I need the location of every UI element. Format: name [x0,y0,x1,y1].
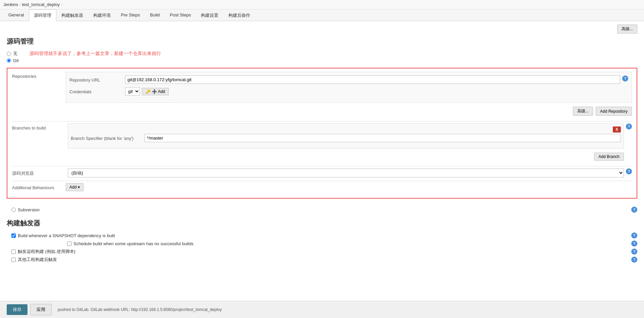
add-cred-icon: 🔑 [146,89,151,94]
repo-url-input[interactable] [125,75,620,84]
radio-git-row: Git [7,58,637,63]
tab-general[interactable]: General [3,9,29,21]
radio-none-row: 无 源码管理就不多说了，参考上一篇文章，新建一个仓库出来就行 [7,51,637,57]
branches-inner-box: X Branch Specifier (blank for 'any') [68,123,624,149]
repositories-label: Repositories [12,72,66,79]
breadcrumb-jenkins[interactable]: Jenkins [3,2,18,7]
checkbox3-help-icon[interactable]: ? [631,249,637,255]
checkbox1[interactable] [11,233,16,238]
branches-row: Branches to build X Branch Specifier (bl… [12,123,632,163]
radio-git[interactable] [7,58,11,63]
add-label: Add [69,185,76,190]
build-trigger-title: 构建触发器 [7,219,637,228]
tab-poststeps[interactable]: Post Steps [165,9,196,21]
apply-button[interactable]: 应用 [30,304,52,315]
repo-url-control [125,75,620,84]
tab-presteps[interactable]: Pre Steps [116,9,145,21]
checkbox3[interactable] [11,250,16,254]
git-config-section: Repositories Repository URL ? [7,68,637,199]
breadcrumb-sep2: › [61,3,62,6]
tab-gouchujifa[interactable]: 构建触发器 [56,9,88,21]
branch-x-row: X [71,126,621,132]
repo-action-row: 高级... Add Repository [66,105,632,118]
repo-url-help-icon[interactable]: ? [622,75,628,82]
checkbox2-row: Schedule build when some upstream has no… [7,241,637,247]
checkbox3-label: 触发远程构建 (例如,使用脚本) [18,249,75,255]
branches-content: X Branch Specifier (blank for 'any') Add… [68,123,624,163]
branch-specifier-row: Branch Specifier (blank for 'any') [71,134,621,142]
additional-behaviours-row: Additional Behaviours Add ▾ [12,183,632,191]
tab-goujianhouop[interactable]: 构建后操作 [223,9,255,21]
repo-url-label: Repository URL [69,75,123,83]
tab-goujianhj[interactable]: 构建环境 [88,9,116,21]
branch-specifier-control [145,134,621,142]
source-section-title: 源码管理 [7,37,637,46]
branch-specifier-input[interactable] [145,134,621,142]
webhook-text: pushed to GitLab. GitLab webhook URL: ht… [58,307,222,312]
main-content: General 源码管理 构建触发器 构建环境 Pre Steps Build … [0,9,644,318]
repo-inner-box: Repository URL ? Credentials [66,72,632,103]
repositories-row: Repositories Repository URL ? [12,72,632,118]
add-branch-button[interactable]: Add Branch [594,153,624,161]
action-bar: 保存 应用 pushed to GitLab. GitLab webhook U… [0,301,644,318]
branch-specifier-label: Branch Specifier (blank for 'any') [71,134,145,141]
radio-subversion[interactable] [11,208,16,212]
radio-git-label: Git [13,58,19,63]
add-credential-button[interactable]: 🔑 ➕ Add [142,88,169,95]
credentials-inner-row: git 🔑 ➕ Add [125,87,620,96]
tab-goujianshezhi[interactable]: 构建设置 [196,9,223,21]
checkbox2-help-icon[interactable]: ? [631,241,637,247]
source-browser-select[interactable]: (自动) [68,168,624,177]
radio-group: 无 源码管理就不多说了，参考上一篇文章，新建一个仓库出来就行 Git [7,51,637,63]
credentials-row: Credentials git 🔑 ➕ Add [69,87,628,96]
credentials-control: git 🔑 ➕ Add [125,87,620,96]
checkbox1-help-icon[interactable]: ? [631,232,637,238]
add-repository-button[interactable]: Add Repository [596,107,632,116]
subversion-row: Subversion ? [7,204,637,215]
breadcrumb: Jenkins › test_tomcat_deploy › [0,0,644,9]
repositories-content: Repository URL ? Credentials [66,72,632,118]
radio-none-label: 无 [13,51,17,57]
checkbox2-label: Schedule build when some upstream has no… [73,241,194,246]
tab-yuanma[interactable]: 源码管理 [29,9,56,21]
add-cred-label: ➕ Add [152,89,165,94]
tab-bar: General 源码管理 构建触发器 构建环境 Pre Steps Build … [0,9,644,21]
checkbox4-help-icon[interactable]: ? [631,257,637,263]
subversion-label: Subversion [18,207,40,212]
checkbox2[interactable] [67,242,71,246]
source-browser-help-icon[interactable]: ? [626,168,632,174]
checkbox4-label: 其他工程构建后触发 [18,257,57,263]
checkbox4-row: 其他工程构建后触发 ? [7,257,637,263]
checkbox3-row: 触发远程构建 (例如,使用脚本) ? [7,249,637,255]
checkbox1-row: Build whenever a SNAPSHOT dependency is … [7,232,637,238]
checkbox4[interactable] [11,258,16,262]
branches-label: Branches to build [12,123,66,130]
credentials-select[interactable]: git [125,87,140,96]
repo-url-row: Repository URL ? [69,75,628,84]
tab-build[interactable]: Build [145,9,165,21]
source-browser-control: (自动) [68,168,624,177]
checkbox1-label: Build whenever a SNAPSHOT dependency is … [18,233,115,238]
additional-add-button[interactable]: Add ▾ [66,183,84,191]
save-button[interactable]: 保存 [7,304,28,315]
add-branch-row: Add Branch [68,151,624,163]
credentials-label: Credentials [69,87,123,94]
branches-help-icon[interactable]: ? [626,123,632,129]
branch-remove-button[interactable]: X [613,126,621,132]
breadcrumb-project[interactable]: test_tomcat_deploy [22,2,60,7]
advanced-button[interactable]: 高级... [617,24,637,34]
source-browser-label: 源码浏览器 [12,168,66,176]
additional-behaviours-control: Add ▾ [66,183,632,191]
dropdown-arrow-icon: ▾ [78,185,80,190]
additional-behaviours-label: Additional Behaviours [12,183,66,190]
additional-row: Add ▾ [66,183,632,191]
advanced-row: 高级... [7,24,637,34]
annotation-text: 源码管理就不多说了，参考上一篇文章，新建一个仓库出来就行 [30,51,161,57]
source-browser-row: 源码浏览器 (自动) ? [12,168,632,177]
build-trigger-section: 构建触发器 Build whenever a SNAPSHOT dependen… [7,215,637,268]
repo-advanced-button[interactable]: 高级... [573,107,593,116]
breadcrumb-sep1: › [19,3,20,6]
radio-none[interactable] [7,52,11,56]
subversion-help-icon[interactable]: ? [631,207,637,213]
content-area: 高级... 源码管理 无 源码管理就不多说了，参考上一篇文章，新建一个仓库出来就… [0,21,644,292]
